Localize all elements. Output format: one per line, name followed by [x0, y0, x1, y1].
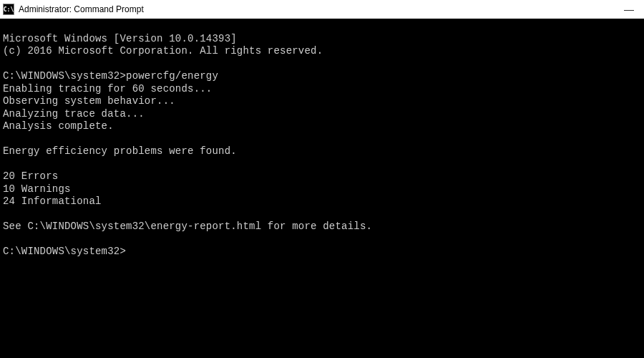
- window-controls: —: [623, 3, 641, 16]
- output-errors-count: 20 Errors: [3, 170, 58, 182]
- window-title: Administrator: Command Prompt: [19, 4, 623, 14]
- output-problems-found: Energy efficiency problems were found.: [3, 145, 237, 157]
- command-entered: powercfg/energy: [126, 70, 218, 82]
- output-analyzing: Analyzing trace data...: [3, 108, 145, 120]
- output-report-location: See C:\WINDOWS\system32\energy-report.ht…: [3, 221, 372, 232]
- terminal-output[interactable]: Microsoft Windows [Version 10.0.14393] (…: [0, 19, 644, 260]
- minimize-button[interactable]: —: [623, 3, 635, 16]
- output-enabling: Enabling tracing for 60 seconds...: [3, 83, 212, 95]
- title-bar[interactable]: C:\ Administrator: Command Prompt —: [0, 0, 644, 19]
- current-prompt: C:\WINDOWS\system32>: [3, 246, 126, 257]
- os-version-line: Microsoft Windows [Version 10.0.14393]: [3, 33, 237, 44]
- output-observing: Observing system behavior...: [3, 95, 175, 107]
- prompt-path: C:\WINDOWS\system32>: [3, 70, 126, 82]
- cmd-icon: C:\: [3, 4, 14, 15]
- output-informational-count: 24 Informational: [3, 195, 102, 207]
- output-complete: Analysis complete.: [3, 120, 114, 132]
- output-warnings-count: 10 Warnings: [3, 183, 71, 195]
- copyright-line: (c) 2016 Microsoft Corporation. All righ…: [3, 45, 323, 57]
